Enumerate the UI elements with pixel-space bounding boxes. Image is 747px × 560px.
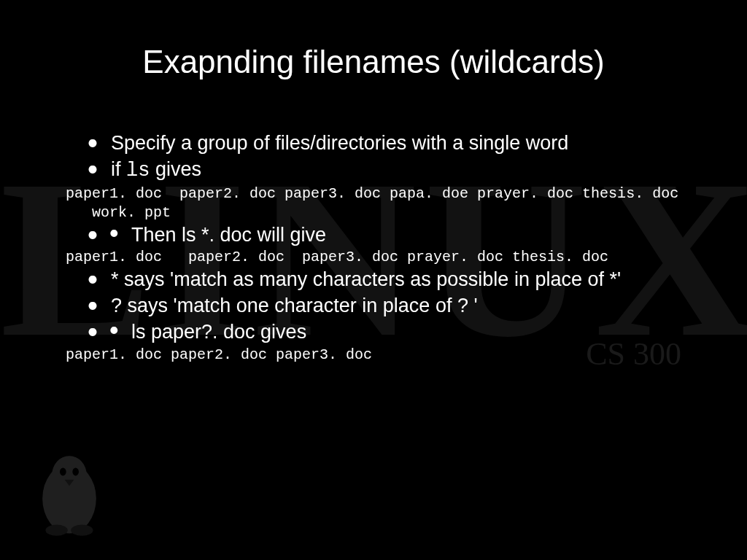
bullet-then-ls-star: Then ls *. doc will give: [88, 223, 703, 248]
svg-point-0: [42, 464, 96, 533]
text-gives: gives: [150, 158, 201, 180]
code-ls-output-1-line1: paper1. doc paper2. doc paper3. doc papa…: [66, 185, 703, 203]
svg-point-1: [52, 456, 87, 494]
bullet-specify: Specify a group of files/directories wit…: [88, 131, 703, 156]
tux-icon: [29, 443, 109, 538]
code-ls-output-3: paper1. doc paper2. doc paper3. doc: [66, 346, 703, 364]
bullet-if-ls: if ls gives: [88, 158, 703, 184]
bullet-ls-paper-q: ls paper?. doc gives: [88, 320, 703, 345]
sub-wrapper-2: ls paper?. doc gives: [88, 320, 703, 345]
svg-point-2: [60, 468, 66, 476]
svg-point-5: [71, 525, 93, 536]
text-if: if: [111, 158, 126, 180]
svg-point-4: [46, 525, 68, 536]
svg-point-3: [72, 468, 79, 476]
code-ls-output-1-line2: work. ppt: [66, 204, 703, 222]
bullet-question: ? says 'match one character in place of …: [88, 294, 703, 319]
code-ls-output-2: paper1. doc paper2. doc paper3. doc pray…: [66, 249, 703, 266]
slide: LINUX CS 300 Exapnding filenames (wildca…: [0, 0, 747, 560]
slide-title: Exapnding filenames (wildcards): [0, 44, 747, 80]
slide-body: Specify a group of files/directories wit…: [88, 131, 703, 365]
code-ls: ls: [126, 160, 150, 182]
sub-wrapper: Then ls *. doc will give: [88, 223, 703, 248]
bullet-star: * says 'match as many characters as poss…: [88, 268, 703, 292]
